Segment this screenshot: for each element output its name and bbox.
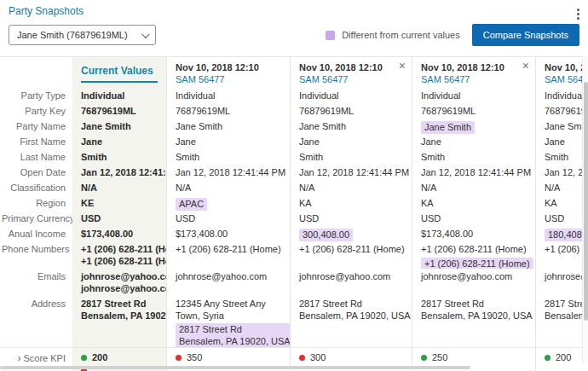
value-cell: +1 (206) 628-211 (Home) [536,241,582,269]
snapshot-date: Nov 10, 2018 12:10 [291,57,412,72]
value-cell: 300 [291,347,412,366]
horizontal-scrollbar[interactable] [0,366,582,370]
value-cell: Individual [72,88,166,103]
value-cell: $173,408.00 [72,226,166,241]
value-cell: 200 [72,347,166,366]
snapshot-link[interactable]: SAM 56477 [291,72,412,84]
value-cell: Jane [291,134,412,149]
value-line: +1 (206) 628-211 (Home) [424,258,530,270]
value-cell: johnrose@yahoo.com [536,269,582,296]
value-line: 350 [187,352,202,364]
row-label: Party Type [0,88,72,103]
value-cell: 76879619ML [291,103,412,119]
value-cell: Smith [412,149,535,165]
value-line: +1 (206) 628-211 (Home) [299,244,406,256]
value-line: johnrose@yahoo.com [299,271,406,283]
value-cell: 250 [412,347,535,366]
value-cell: 2817 Street RdBensalem, PA 19020, USA [72,296,166,347]
value-line: johnrose@yahoo.com [176,271,285,283]
value-line: APAC [179,199,204,211]
snapshot-link[interactable]: SAM 56477 [167,72,290,84]
compare-snapshots-button[interactable]: Compare Snapshots [472,24,579,46]
value-line: Individual [545,90,577,102]
value-cell: Smith [167,149,290,165]
snapshot-column: Nov 10, 2018 12:10SAM 56477×Individual76… [412,57,535,371]
value-line: Bensalem, PA 19020, USA [421,310,530,322]
value-cell: Jan 12, 2018 12:41:44 PM [72,165,166,180]
snapshot-link[interactable]: SAM 56477 [412,72,535,84]
vertical-scrollbar[interactable] [582,56,588,363]
row-label: Open Date [0,165,72,180]
value-block: 76879619ML [176,106,285,118]
value-block: KA [299,198,406,210]
row-label[interactable]: ›Score KPI [0,347,72,366]
snapshot-link[interactable]: SAM 56477 [536,72,582,84]
value-block: USD [299,213,406,225]
value-cell: Individual [291,88,412,103]
value-cell: 2817 Street RdBensalem, PA 19020, USA [412,296,535,347]
red-status-dot [176,355,182,361]
green-status-dot [545,355,551,361]
value-block: Smith [81,152,161,164]
value-cell: N/A [167,180,290,195]
value-block: +1 (206) 628-211 (Home) [421,244,530,256]
close-icon[interactable]: × [399,60,406,72]
column-header: Current Values [72,57,166,88]
value-line: 2817 Street Rd [179,324,290,336]
value-cell: Jane Smith [291,119,412,134]
row-label-text: Party Type [21,90,66,101]
value-line: Jan 12, 2018 12:41:44 PM [81,167,161,179]
close-icon[interactable]: × [522,60,529,72]
value-block: Individual [176,90,285,102]
value-cell: Jane [536,134,582,149]
value-line: Bensalem, PA 19020, USA [299,310,406,322]
value-line: KA [299,198,406,210]
value-block: +1 (206) 628-211 (Home) [299,244,406,256]
value-block: N/A [545,183,577,194]
column-header: Nov 10, 2018 12:10SAM 56477 [536,57,582,88]
value-block: 200 [81,352,161,364]
value-cell: Jane Smith [412,119,535,134]
changed-value: 2817 Street RdBensalem, PA 19020, USA [176,323,290,347]
value-block: 2817 Street RdBensalem, PA 19020, USA [299,299,406,322]
value-block: USD [421,213,530,225]
value-block: Smith [299,152,406,164]
value-cell: 2817 Street RdBensalem, PA 19020, USA [291,296,412,347]
party-selector-value: Jane Smith (76879619ML) [17,30,128,40]
value-line: USD [545,213,577,225]
value-cell: 300,408.00 [291,226,412,241]
expand-chevron-icon[interactable]: › [17,352,20,364]
value-line: +1 (206) 628-211 (Home) [545,244,577,256]
changed-value: +1 (206) 628-211 (Home) [421,258,533,270]
row-label-text: Party Name [16,121,66,131]
value-block: 250 [421,352,530,364]
value-block: +1 (206) 628-211 (Home) [545,244,577,256]
value-block: Jane Smith [299,121,406,133]
value-line: $173,408.00 [176,229,285,241]
value-line: KA [545,198,577,210]
value-block: johnrose@yahoo.comjohnrose@yahoo.com [81,271,161,294]
changed-value: APAC [176,198,207,211]
value-block: +1 (206) 628-211 (Home) [176,244,285,256]
value-block: KA [421,198,530,210]
value-block: KA [545,198,577,210]
value-block: Individual [81,90,161,102]
party-selector[interactable]: Jane Smith (76879619ML) [9,25,156,45]
value-cell: +1 (206) 628-211 (Home)+1 (206) 628-211 … [72,241,166,269]
row-label: First Name [0,134,72,149]
value-line: Jan 12, 2018 12:41:44 PM [421,167,530,179]
current-values-title: Current Values [81,65,158,83]
row-label-text: Primary Currency [2,213,72,223]
kebab-menu-icon[interactable] [573,5,584,23]
value-line: 76879619ML [81,106,161,118]
value-cell: N/A [536,180,582,195]
row-label: Party Key [0,103,72,119]
vertical-scrollbar-thumb[interactable] [584,82,588,321]
value-block: 12345 Any Street AnyTown, Syria [176,299,285,322]
horizontal-scrollbar-thumb[interactable] [0,366,470,369]
value-line: Jan 12, 2018 12:41:44 PM [299,167,406,179]
value-line: N/A [545,183,577,194]
snapshot-date: Nov 10, 2018 12:10 [536,57,582,72]
value-cell: Jane [412,134,535,149]
value-block: Individual [421,90,530,102]
